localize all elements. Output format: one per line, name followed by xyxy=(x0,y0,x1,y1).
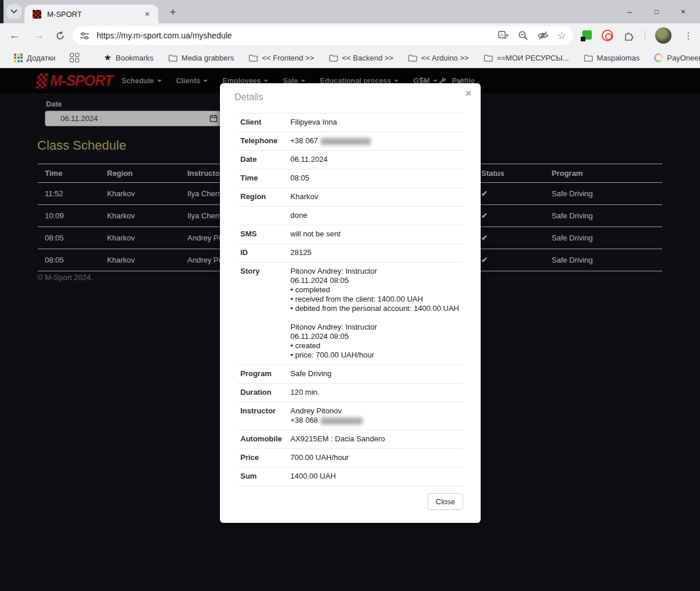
folder-icon xyxy=(248,54,258,62)
folder-icon xyxy=(168,54,177,62)
details-modal: Details × Client Filipyeva Inna Telephon… xyxy=(220,83,481,523)
payoneer-icon xyxy=(654,54,663,62)
folder-icon xyxy=(408,54,417,62)
tab-close-icon[interactable]: × xyxy=(142,9,152,19)
detail-row-client: Client Filipyeva Inna xyxy=(237,113,463,132)
modal-footer: Close xyxy=(220,486,481,510)
grid-squares-icon xyxy=(70,53,79,62)
window-edge xyxy=(0,0,3,23)
red-target-extension-icon[interactable] xyxy=(602,30,613,41)
hidden-eye-icon[interactable] xyxy=(537,31,549,40)
bookmark-payoneer[interactable]: PayOneer xyxy=(651,52,700,64)
detail-row-date: Date 06.11.2024 xyxy=(237,150,463,169)
modal-header: Details × xyxy=(220,83,481,106)
folder-icon xyxy=(584,54,593,62)
bookmark-folder-media-grabbers[interactable]: Media grabbers xyxy=(165,52,237,64)
address-bar[interactable]: https://my.m-sport.com.ua/myshedule A ☆ xyxy=(73,26,573,45)
detail-row-price: Price 700.00 UAH/hour xyxy=(237,448,463,467)
detail-row-region: Region Kharkov xyxy=(237,187,463,206)
tab-strip: M-SPORT × + – □ × xyxy=(0,0,700,23)
folder-icon xyxy=(484,54,493,62)
bookmark-apps[interactable]: Додатки xyxy=(10,52,59,64)
detail-row-program: Program Safe Driving xyxy=(237,364,463,383)
bookmark-folder-my-resources[interactable]: ==МОИ РЕСУРСЫ... xyxy=(480,52,573,64)
refresh-button[interactable] xyxy=(51,27,69,44)
minimize-button[interactable]: – xyxy=(616,7,643,16)
bookmark-folder-maspalomas[interactable]: Maspalomas xyxy=(580,52,644,64)
browser-tab[interactable]: M-SPORT × xyxy=(24,5,158,23)
modal-close-icon[interactable]: × xyxy=(466,88,471,100)
detail-row-sum: Sum 1400.00 UAH xyxy=(237,467,463,486)
browser-toolbar: ← → https://my.m-sport.com.ua/myshedule … xyxy=(0,23,700,48)
bookmark-folder-backend[interactable]: << Backend >> xyxy=(325,52,397,64)
tab-search-button[interactable] xyxy=(6,4,22,19)
profile-avatar[interactable] xyxy=(655,27,671,44)
detail-row-id: ID 28125 xyxy=(237,243,463,262)
bookmark-star-icon[interactable]: ☆ xyxy=(557,30,566,42)
redacted-phone xyxy=(321,138,371,145)
back-button[interactable]: ← xyxy=(6,27,23,44)
chevron-down-icon xyxy=(10,9,17,14)
bookmark-grid-item[interactable] xyxy=(66,51,83,64)
refresh-icon xyxy=(55,31,65,41)
page-viewport: M-SPORT Schedule Clients Employees Sale … xyxy=(0,68,700,591)
detail-row-telephone: Telephone +38 067 xyxy=(237,132,463,150)
window-controls: – □ × xyxy=(616,0,697,23)
browser-menu-kebab-icon[interactable]: ⋮ xyxy=(681,30,695,41)
detail-row-duration: Duration 120 min. xyxy=(237,383,463,402)
detail-row-instructor: Instructor Andrey Pitonov+38 068 xyxy=(237,402,463,430)
modal-title: Details xyxy=(234,92,263,102)
folder-icon xyxy=(329,54,338,62)
msport-favicon-icon xyxy=(33,10,41,19)
bookmarks-bar: Додатки ★ Bookmarks Media grabbers << Fr… xyxy=(0,48,700,68)
forward-button[interactable]: → xyxy=(30,27,48,44)
maximize-button[interactable]: □ xyxy=(643,8,670,16)
url-text[interactable]: https://my.m-sport.com.ua/myshedule xyxy=(97,31,498,40)
translate-icon[interactable]: A xyxy=(498,31,509,41)
bookmark-folder-arduino[interactable]: << Arduino >> xyxy=(404,52,472,64)
close-button[interactable]: Close xyxy=(428,493,463,510)
browser-chrome: M-SPORT × + – □ × ← → https://my.m-sport… xyxy=(0,0,700,68)
svg-text:A: A xyxy=(500,32,503,38)
extensions-puzzle-icon[interactable] xyxy=(623,30,635,41)
detail-row-state: done xyxy=(237,206,463,225)
bookmark-folder-frontend[interactable]: << Frontend >> xyxy=(245,52,318,64)
apps-grid-icon xyxy=(14,54,23,62)
zoom-out-icon[interactable] xyxy=(518,30,528,41)
modal-body: Client Filipyeva Inna Telephone +38 067 … xyxy=(220,106,481,486)
window-close-button[interactable]: × xyxy=(670,7,697,16)
bookmark-bookmarks[interactable]: ★ Bookmarks xyxy=(100,51,157,65)
detail-row-sms: SMS will not be sent xyxy=(237,225,463,243)
detail-row-story: Story Pitonov Andrey: Instructor 06.11.2… xyxy=(237,262,463,364)
redacted-phone xyxy=(321,417,363,424)
new-tab-button[interactable]: + xyxy=(165,5,180,20)
extension-area: ⋮ xyxy=(581,23,695,48)
site-info-icon[interactable] xyxy=(80,31,90,40)
detail-row-time: Time 08:05 xyxy=(237,169,463,187)
green-extension-icon[interactable] xyxy=(581,30,592,41)
toolbar-divider xyxy=(645,30,645,41)
star-icon: ★ xyxy=(104,52,111,63)
detail-row-automobile: Automobile AX9215EM : Dacia Sandero xyxy=(237,430,463,448)
tab-title: M-SPORT xyxy=(47,10,142,19)
